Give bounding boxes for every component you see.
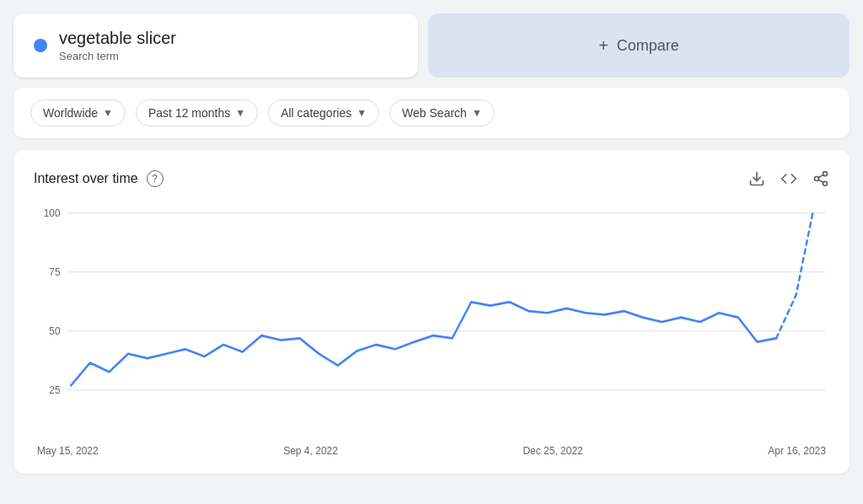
- term-name: vegetable slicer: [59, 29, 176, 48]
- search-type-filter[interactable]: Web Search ▼: [389, 99, 495, 126]
- svg-text:25: 25: [49, 384, 60, 397]
- share-icon[interactable]: [812, 170, 829, 187]
- svg-text:100: 100: [44, 207, 61, 220]
- chart-header: Interest over time ?: [34, 170, 829, 187]
- chart-section: Interest over time ?: [13, 150, 850, 474]
- svg-line-4: [818, 180, 823, 182]
- svg-line-5: [818, 174, 823, 177]
- time-range-filter-label: Past 12 months: [148, 106, 230, 120]
- svg-text:75: 75: [49, 266, 60, 279]
- help-icon[interactable]: ?: [147, 170, 163, 187]
- location-filter-label: Worldwide: [43, 106, 98, 120]
- svg-text:50: 50: [49, 325, 60, 338]
- x-label-2: Sep 4, 2022: [283, 445, 338, 457]
- chart-title: Interest over time: [34, 171, 138, 186]
- compare-card[interactable]: + Compare: [428, 13, 850, 78]
- top-section: vegetable slicer Search term + Compare: [0, 0, 863, 88]
- embed-icon[interactable]: [780, 170, 797, 187]
- location-filter[interactable]: Worldwide ▼: [30, 99, 126, 126]
- time-range-filter[interactable]: Past 12 months ▼: [136, 99, 258, 126]
- plus-icon: +: [598, 36, 608, 56]
- category-filter-label: All categories: [281, 106, 351, 120]
- location-chevron: ▼: [103, 107, 113, 119]
- download-icon[interactable]: [748, 170, 765, 187]
- search-type-filter-label: Web Search: [402, 106, 467, 120]
- compare-label: Compare: [617, 37, 679, 55]
- x-label-3: Dec 25, 2022: [523, 445, 582, 457]
- chart-actions: [748, 170, 829, 187]
- chart-container: 100 75 50 25: [34, 204, 829, 440]
- x-axis-labels: May 15, 2022 Sep 4, 2022 Dec 25, 2022 Ap…: [34, 445, 829, 457]
- chart-svg: 100 75 50 25: [34, 204, 829, 440]
- category-filter[interactable]: All categories ▼: [268, 99, 379, 126]
- category-chevron: ▼: [356, 107, 367, 119]
- x-label-4: Apr 16, 2023: [768, 445, 826, 457]
- time-range-chevron: ▼: [235, 107, 245, 119]
- term-label: Search term: [59, 50, 176, 62]
- filters-bar: Worldwide ▼ Past 12 months ▼ All categor…: [13, 88, 850, 138]
- blue-dot: [34, 39, 47, 52]
- search-term-card: vegetable slicer Search term: [13, 13, 418, 78]
- search-type-chevron: ▼: [472, 107, 482, 119]
- chart-title-group: Interest over time ?: [34, 170, 163, 187]
- x-label-1: May 15, 2022: [37, 445, 99, 457]
